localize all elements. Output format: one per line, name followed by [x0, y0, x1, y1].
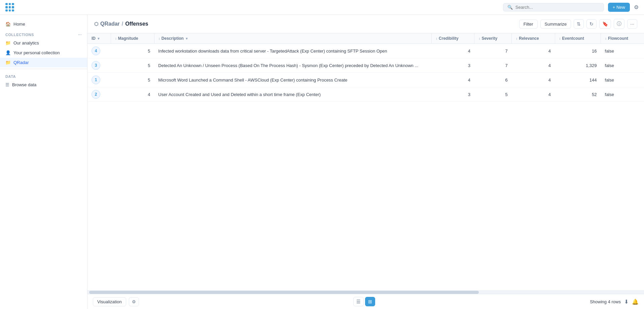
sort-direction-description: ▼	[185, 37, 188, 40]
sidebar-item-qradar[interactable]: 📁 QRadar	[0, 58, 87, 67]
table-row[interactable]: 24User Account Created and Used and Dele…	[87, 87, 644, 102]
col-magnitude-label: Magnitude	[118, 36, 138, 41]
content-area: ⬡ QRadar / Offenses Filter Summarize ⇅ ↻…	[87, 15, 644, 309]
bottom-left: Visualization ⚙	[93, 297, 139, 306]
bottom-right: Showing 4 rows ⬇ 🔔	[590, 299, 639, 305]
cell-description: User Account Created and Used and Delete…	[154, 87, 431, 102]
home-label: Home	[13, 22, 25, 27]
grid-view-button[interactable]: ⊞	[365, 297, 375, 306]
info-icon-button[interactable]: ⓘ	[614, 19, 624, 29]
settings-icon[interactable]: ⚙	[634, 4, 639, 10]
cell-flowcount: false	[601, 73, 644, 87]
cell-description: Microsoft Word Launched a Command Shell …	[154, 73, 431, 87]
top-navigation: 🔍 + New ⚙	[0, 0, 644, 15]
cell-eventcount: 1,329	[555, 58, 601, 73]
sidebar-item-browse-data[interactable]: ☰ Browse data	[0, 80, 87, 90]
collections-section-header: COLLECTIONS ···	[0, 29, 87, 38]
col-header-flowcount[interactable]: ↕ Flowcount	[601, 33, 644, 44]
content-header: ⬡ QRadar / Offenses Filter Summarize ⇅ ↻…	[87, 15, 644, 33]
notification-icon-button[interactable]: 🔔	[632, 299, 639, 305]
sort-icon-credibility: ↕	[436, 37, 437, 40]
cell-flowcount: false	[601, 44, 644, 58]
breadcrumb: ⬡ QRadar / Offenses	[94, 21, 148, 27]
cell-eventcount: 52	[555, 87, 601, 102]
rows-count: Showing 4 rows	[590, 299, 621, 304]
sidebar-item-our-analytics-label: Our analytics	[13, 40, 39, 45]
sort-icon-severity: ↕	[478, 37, 480, 40]
content-actions: Filter Summarize ⇅ ↻ 🔖 ⓘ ···	[519, 19, 637, 29]
col-id-label: ID	[92, 36, 96, 41]
bookmark-icon-button[interactable]: 🔖	[599, 19, 611, 29]
more-options-button[interactable]: ···	[627, 19, 637, 29]
cell-magnitude: 5	[111, 58, 154, 73]
new-button[interactable]: + New	[608, 3, 630, 12]
search-bar[interactable]: 🔍	[503, 3, 604, 11]
download-icon-button[interactable]: ⬇	[624, 299, 629, 305]
bottom-bar: Visualization ⚙ ☰ ⊞ Showing 4 rows ⬇ 🔔	[87, 294, 644, 309]
sidebar-item-browse-data-label: Browse data	[12, 82, 36, 87]
col-header-credibility[interactable]: ↕ Credibility	[432, 33, 474, 44]
col-credibility-label: Credibility	[439, 36, 459, 41]
cell-credibility: 3	[432, 58, 474, 73]
collections-more-icon[interactable]: ···	[78, 33, 82, 37]
bottom-center: ☰ ⊞	[353, 297, 375, 306]
cell-severity: 7	[474, 44, 512, 58]
cell-relevance: 4	[512, 87, 555, 102]
cell-id: 1	[87, 73, 111, 87]
sort-icon-flowcount: ↕	[605, 37, 607, 40]
col-header-magnitude[interactable]: ↕ Magnitude	[111, 33, 154, 44]
sidebar-item-qradar-label: QRadar	[13, 60, 29, 65]
breadcrumb-separator: /	[122, 21, 123, 27]
id-badge: 1	[92, 75, 100, 84]
home-icon: 🏠	[5, 22, 11, 27]
col-header-severity[interactable]: ↕ Severity	[474, 33, 512, 44]
sidebar-item-personal-collection[interactable]: 👤 Your personal collection	[0, 48, 87, 58]
col-header-relevance[interactable]: ↕ Relevance	[512, 33, 555, 44]
table-view-button[interactable]: ☰	[353, 297, 364, 306]
visualization-button[interactable]: Visualization	[93, 297, 126, 306]
visualization-settings-button[interactable]: ⚙	[129, 297, 139, 306]
sort-icon-magnitude: ↕	[115, 37, 117, 40]
cell-description: Infected workstation downloads data from…	[154, 44, 431, 58]
col-header-eventcount[interactable]: ↕ Eventcount	[555, 33, 601, 44]
folder-active-icon: 📁	[5, 60, 11, 65]
columns-icon-button[interactable]: ⇅	[574, 19, 584, 29]
offenses-table: ID ▼ ↕ Magnitude ↕	[87, 33, 644, 102]
col-header-id[interactable]: ID ▼	[87, 33, 111, 44]
search-input[interactable]	[515, 5, 600, 10]
sidebar-item-our-analytics[interactable]: 📁 Our analytics	[0, 38, 87, 48]
data-section: DATA ☰ Browse data	[0, 69, 87, 92]
table-row[interactable]: 35Detected An Unknown / Unseen Process (…	[87, 58, 644, 73]
id-badge: 2	[92, 90, 100, 99]
folder-icon: 📁	[5, 40, 11, 45]
col-eventcount-label: Eventcount	[562, 36, 584, 41]
col-severity-label: Severity	[481, 36, 497, 41]
sort-icon-description: ↕	[158, 37, 160, 40]
sidebar-item-home[interactable]: 🏠 Home	[0, 19, 87, 29]
sort-icon-eventcount: ↕	[559, 37, 561, 40]
col-flowcount-label: Flowcount	[608, 36, 628, 41]
id-badge: 4	[92, 47, 100, 55]
collections-label: COLLECTIONS	[5, 33, 34, 37]
app-logo[interactable]	[5, 3, 14, 12]
breadcrumb-parent[interactable]: QRadar	[100, 21, 120, 27]
data-section-label: DATA	[0, 72, 87, 80]
horizontal-scrollbar[interactable]	[87, 290, 644, 294]
cell-severity: 7	[474, 58, 512, 73]
cell-credibility: 4	[432, 73, 474, 87]
cell-id: 3	[87, 58, 111, 73]
summarize-button[interactable]: Summarize	[540, 20, 571, 29]
main-layout: 🏠 Home COLLECTIONS ··· 📁 Our analytics 👤…	[0, 15, 644, 309]
filter-button[interactable]: Filter	[519, 20, 538, 29]
col-header-description[interactable]: ↕ Description ▼	[154, 33, 431, 44]
list-icon: ☰	[5, 82, 9, 87]
cell-severity: 6	[474, 73, 512, 87]
table-container: ID ▼ ↕ Magnitude ↕	[87, 33, 644, 290]
refresh-icon-button[interactable]: ↻	[586, 19, 597, 29]
breadcrumb-current: Offenses	[125, 21, 148, 27]
table-row[interactable]: 15Microsoft Word Launched a Command Shel…	[87, 73, 644, 87]
cell-description: Detected An Unknown / Unseen Process (Ba…	[154, 58, 431, 73]
table-row[interactable]: 45Infected workstation downloads data fr…	[87, 44, 644, 58]
table-header-row: ID ▼ ↕ Magnitude ↕	[87, 33, 644, 44]
cell-severity: 5	[474, 87, 512, 102]
